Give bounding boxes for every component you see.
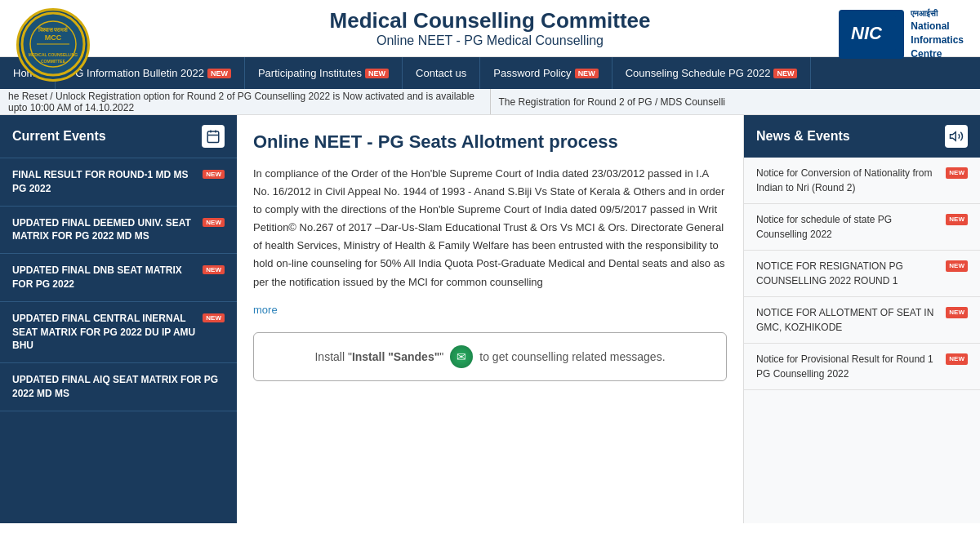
main-nav: Home PG Information Bulletin 2022 NEW Pa… (0, 57, 980, 89)
nav-counseling-schedule[interactable]: Counseling Schedule PG 2022 NEW (612, 57, 812, 89)
sandes-label: Install "Sandes" (352, 350, 439, 363)
ticker-item-1: he Reset / Unlock Registration option fo… (0, 89, 491, 114)
svg-text:COMMITTEE: COMMITTEE (41, 59, 66, 64)
sidebar-item-1[interactable]: UPDATED FINAL DEEMED UNIV. SEAT MATRIX F… (0, 207, 237, 255)
sandes-icon: ✉ (450, 345, 473, 368)
new-badge: NEW (773, 69, 797, 78)
new-badge: NEW (946, 353, 968, 365)
content-title: Online NEET - PG Seats Allotment process (253, 131, 727, 153)
news-item-0[interactable]: Notice for Conversion of Nationality fro… (744, 158, 980, 204)
svg-marker-13 (951, 132, 956, 141)
sidebar-item-3[interactable]: UPDATED FINAL CENTRAL INERNAL SEAT MATRI… (0, 302, 237, 363)
new-badge: NEW (946, 260, 968, 272)
news-ticker: he Reset / Unlock Registration option fo… (0, 89, 980, 115)
new-badge: NEW (946, 307, 968, 318)
news-item-2[interactable]: NOTICE FOR RESIGNATION PG COUNSELLING 20… (744, 251, 980, 297)
new-badge: NEW (203, 170, 225, 179)
new-badge: NEW (946, 167, 968, 179)
new-badge: NEW (207, 69, 231, 78)
nav-participating-institutes[interactable]: Participating Institutes NEW (245, 57, 403, 89)
nav-contact[interactable]: Contact us (403, 57, 480, 89)
sidebar-item-4[interactable]: UPDATED FINAL AIQ SEAT MATRIX FOR PG 202… (0, 363, 237, 411)
site-title: Medical Counselling Committee (330, 8, 651, 33)
nic-logo-block: NIC एनआईसी National Informatics Centre (839, 8, 964, 60)
main-content: Current Events FINAL RESULT FOR ROUND-1 … (0, 115, 980, 523)
current-events-sidebar: Current Events FINAL RESULT FOR ROUND-1 … (0, 115, 237, 523)
page-header: विश्वास परामर्श MCC MEDICAL COUNSELLING … (0, 0, 980, 57)
svg-rect-9 (207, 131, 219, 143)
nic-label: एनआईसी National Informatics Centre (911, 8, 964, 60)
site-subtitle: Online NEET - PG Medical Counselling (330, 33, 651, 48)
new-badge: NEW (575, 69, 599, 78)
logo-text: विश्वास परामर्श MCC MEDICAL COUNSELLING … (20, 11, 86, 78)
sandes-suffix: to get counselling related messages. (479, 350, 665, 363)
svg-text:MCC: MCC (45, 33, 62, 42)
new-badge: NEW (946, 214, 968, 225)
new-badge: NEW (203, 313, 225, 322)
new-badge: NEW (203, 265, 225, 274)
new-badge: NEW (203, 218, 225, 227)
news-events-sidebar: News & Events Notice for Conversion of N… (743, 115, 980, 523)
news-item-3[interactable]: NOTICE FOR ALLOTMENT OF SEAT IN GMC, KOZ… (744, 297, 980, 344)
new-badge: NEW (365, 69, 389, 78)
header-title-block: Medical Counselling Committee Online NEE… (330, 8, 651, 48)
sidebar-header: Current Events (0, 115, 237, 158)
news-header: News & Events (744, 115, 980, 158)
speaker-icon (945, 125, 968, 148)
nav-password-policy[interactable]: Password Policy NEW (480, 57, 612, 89)
news-item-4[interactable]: Notice for Provisional Result for Round … (744, 344, 980, 390)
svg-text:विश्वास परामर्श: विश्वास परामर्श (38, 26, 69, 33)
sidebar-item-0[interactable]: FINAL RESULT FOR ROUND-1 MD MS PG 2022 N… (0, 158, 237, 207)
sidebar-title: Current Events (12, 129, 106, 144)
more-link[interactable]: more (253, 304, 278, 316)
calendar-icon (202, 125, 225, 148)
news-item-1[interactable]: Notice for schedule of state PG Counsell… (744, 204, 980, 251)
sandes-banner: Install "Install "Sandes"" ✉ to get coun… (253, 332, 727, 381)
svg-text:MEDICAL COUNSELLING: MEDICAL COUNSELLING (29, 52, 78, 57)
sidebar-item-2[interactable]: UPDATED FINAL DNB SEAT MATRIX FOR PG 202… (0, 254, 237, 302)
ticker-item-2: The Registration for Round 2 of PG / MDS… (491, 89, 981, 114)
svg-text:NIC: NIC (851, 23, 883, 43)
mcc-logo: विश्वास परामर्श MCC MEDICAL COUNSELLING … (16, 8, 90, 82)
main-content-area: Online NEET - PG Seats Allotment process… (237, 115, 743, 523)
news-title: News & Events (756, 129, 850, 144)
content-body: In compliance of the Order of the Hon'bl… (253, 165, 727, 291)
